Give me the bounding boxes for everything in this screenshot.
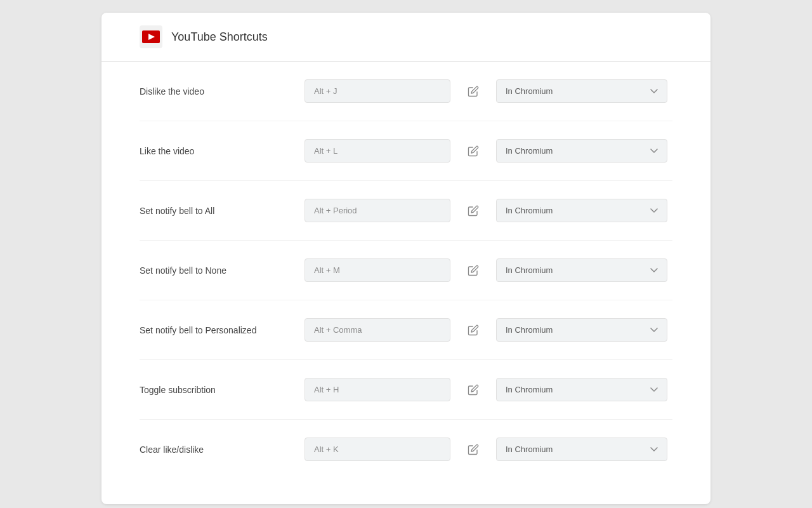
shortcuts-list: Dislike the video In ChromiumGlobalIn Fi… bbox=[102, 62, 710, 479]
shortcut-row: Set notify bell to None In ChromiumGloba… bbox=[140, 241, 672, 300]
scope-select-clear-like-dislike[interactable]: In ChromiumGlobalIn Firefox bbox=[496, 438, 667, 461]
shortcut-input-notify-personalized[interactable] bbox=[304, 318, 450, 342]
shortcut-input-toggle-subscription[interactable] bbox=[304, 378, 450, 401]
shortcut-row: Clear like/dislike In ChromiumGlobalIn F… bbox=[140, 420, 672, 479]
pencil-icon bbox=[468, 324, 479, 336]
scope-select-notify-all[interactable]: In ChromiumGlobalIn Firefox bbox=[496, 199, 667, 222]
shortcut-input-dislike-video[interactable] bbox=[304, 79, 450, 103]
edit-shortcut-button-notify-none[interactable] bbox=[463, 262, 483, 279]
shortcut-input-wrap-notify-all bbox=[304, 199, 450, 222]
pencil-icon bbox=[468, 444, 479, 455]
shortcut-input-wrap-dislike-video bbox=[304, 79, 450, 103]
shortcut-input-wrap-notify-none bbox=[304, 258, 450, 282]
shortcuts-card: YouTube Shortcuts Dislike the video In C… bbox=[102, 13, 710, 504]
shortcut-label-clear-like-dislike: Clear like/dislike bbox=[140, 444, 292, 455]
shortcut-row: Set notify bell to Personalized In Chrom… bbox=[140, 300, 672, 360]
pencil-icon bbox=[468, 265, 479, 276]
scope-select-like-video[interactable]: In ChromiumGlobalIn Firefox bbox=[496, 139, 667, 163]
shortcut-row: Toggle subscribtion In ChromiumGlobalIn … bbox=[140, 360, 672, 420]
shortcut-input-wrap-notify-personalized bbox=[304, 318, 450, 342]
shortcut-row: Dislike the video In ChromiumGlobalIn Fi… bbox=[140, 62, 672, 121]
page-title: YouTube Shortcuts bbox=[171, 30, 268, 44]
shortcut-row: Set notify bell to All In ChromiumGlobal… bbox=[140, 181, 672, 241]
shortcut-label-notify-none: Set notify bell to None bbox=[140, 265, 292, 276]
pencil-icon bbox=[468, 86, 479, 97]
shortcut-label-notify-all: Set notify bell to All bbox=[140, 206, 292, 216]
edit-shortcut-button-like-video[interactable] bbox=[463, 143, 483, 159]
shortcut-input-clear-like-dislike[interactable] bbox=[304, 438, 450, 461]
edit-shortcut-button-notify-personalized[interactable] bbox=[463, 322, 483, 338]
shortcut-label-like-video: Like the video bbox=[140, 146, 292, 156]
edit-shortcut-button-notify-all[interactable] bbox=[463, 203, 483, 219]
edit-shortcut-button-toggle-subscription[interactable] bbox=[463, 382, 483, 398]
shortcut-label-dislike-video: Dislike the video bbox=[140, 86, 292, 97]
scope-select-notify-none[interactable]: In ChromiumGlobalIn Firefox bbox=[496, 258, 667, 282]
shortcut-input-wrap-toggle-subscription bbox=[304, 378, 450, 401]
scope-select-notify-personalized[interactable]: In ChromiumGlobalIn Firefox bbox=[496, 318, 667, 342]
pencil-icon bbox=[468, 205, 479, 217]
shortcut-input-like-video[interactable] bbox=[304, 139, 450, 163]
shortcut-label-notify-personalized: Set notify bell to Personalized bbox=[140, 325, 292, 335]
edit-shortcut-button-clear-like-dislike[interactable] bbox=[463, 441, 483, 458]
shortcut-input-notify-none[interactable] bbox=[304, 258, 450, 282]
shortcut-label-toggle-subscription: Toggle subscribtion bbox=[140, 385, 292, 395]
youtube-shortcuts-logo bbox=[140, 25, 162, 48]
scope-select-dislike-video[interactable]: In ChromiumGlobalIn Firefox bbox=[496, 79, 667, 103]
shortcut-input-wrap-like-video bbox=[304, 139, 450, 163]
card-header: YouTube Shortcuts bbox=[102, 13, 710, 62]
edit-shortcut-button-dislike-video[interactable] bbox=[463, 83, 483, 100]
shortcut-input-notify-all[interactable] bbox=[304, 199, 450, 222]
shortcut-row: Like the video In ChromiumGlobalIn Firef… bbox=[140, 121, 672, 181]
pencil-icon bbox=[468, 384, 479, 396]
scope-select-toggle-subscription[interactable]: In ChromiumGlobalIn Firefox bbox=[496, 378, 667, 401]
shortcut-input-wrap-clear-like-dislike bbox=[304, 438, 450, 461]
pencil-icon bbox=[468, 145, 479, 157]
